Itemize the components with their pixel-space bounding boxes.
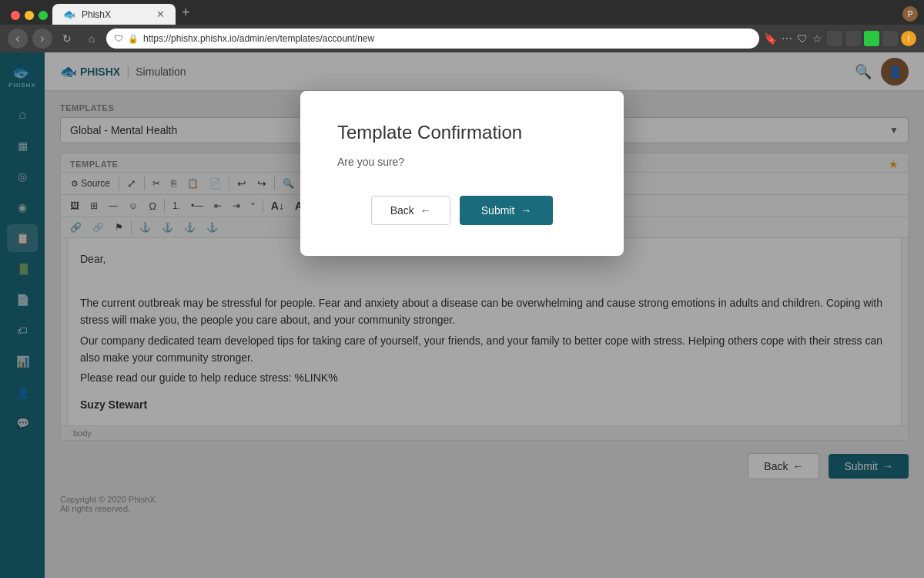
modal-submit-arrow-icon: → [521, 204, 531, 217]
modal-title: Template Confirmation [337, 122, 587, 143]
minimize-traffic-light[interactable] [25, 11, 34, 20]
traffic-lights [6, 11, 52, 25]
modal-submit-button[interactable]: Submit → [460, 196, 554, 225]
nav-bar: ‹ › ↻ ⌂ 🛡 🔒 https://phishx.phishx.io/adm… [0, 25, 924, 52]
lock-icon: 🔒 [128, 34, 139, 44]
modal-overlay: Template Confirmation Are you sure? Back… [0, 52, 924, 578]
modal-back-arrow-icon: ← [420, 204, 431, 217]
shield-icon: 🛡 [114, 33, 123, 44]
new-tab-button[interactable]: + [176, 2, 196, 24]
tab-close-icon[interactable]: ✕ [156, 8, 165, 20]
nav-back-button[interactable]: ‹ [8, 29, 28, 49]
modal-body-text: Are you sure? [337, 156, 587, 168]
tab-title: PhishX [82, 9, 111, 20]
nav-refresh-button[interactable]: ↻ [57, 29, 77, 49]
address-bar[interactable]: 🛡 🔒 https://phishx.phishx.io/admin/en/te… [106, 29, 759, 49]
maximize-traffic-light[interactable] [38, 11, 48, 20]
tab-favicon: 🐟 [63, 8, 75, 20]
nav-ext-icons: ! [827, 31, 916, 46]
extension-icon: P [902, 6, 918, 22]
nav-forward-button[interactable]: › [32, 29, 52, 49]
close-traffic-light[interactable] [11, 11, 20, 20]
browser-chrome: 🐟 PhishX ✕ + P ‹ › ↻ ⌂ 🛡 🔒 https://phish… [0, 0, 924, 52]
active-tab[interactable]: 🐟 PhishX ✕ [52, 4, 176, 25]
star-button[interactable]: ☆ [812, 32, 822, 45]
tab-bar: 🐟 PhishX ✕ + P [0, 0, 924, 25]
extensions-button[interactable]: ⋯ [782, 32, 792, 45]
modal-actions: Back ← Submit → [337, 196, 587, 225]
nav-home-button[interactable]: ⌂ [82, 29, 102, 49]
shield-button[interactable]: 🛡 [797, 32, 808, 45]
modal-back-button[interactable]: Back ← [371, 196, 450, 225]
bookmark-button[interactable]: 🔖 [764, 32, 777, 45]
modal: Template Confirmation Are you sure? Back… [300, 91, 624, 256]
app: 🐟 PHISHX ⌂ ▦ ◎ ◉ 📋 📗 📄 🏷 📊 👤 💬 🐟 PHISHX … [0, 52, 924, 578]
address-text: https://phishx.phishx.io/admin/en/templa… [143, 33, 374, 44]
